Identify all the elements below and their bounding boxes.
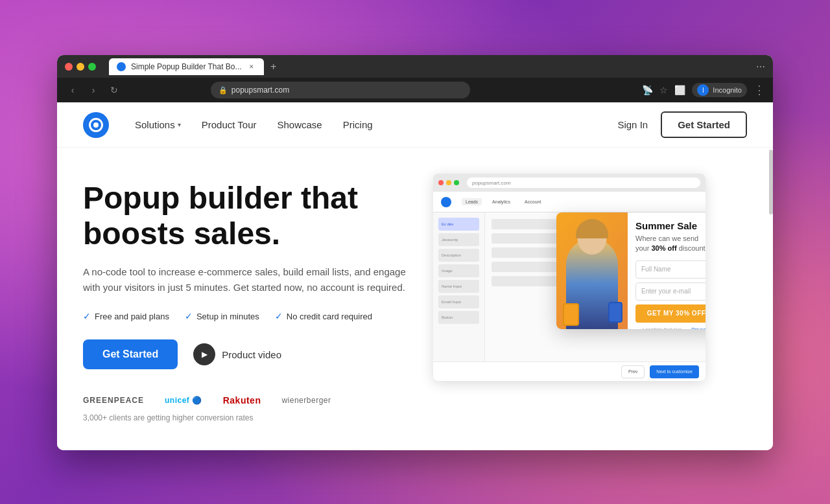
popup-subtitle: Where can we send your 30% off discount? bbox=[635, 234, 706, 254]
pricing-nav-link[interactable]: Pricing bbox=[343, 119, 373, 130]
reload-button[interactable]: ↻ bbox=[106, 82, 122, 98]
popup-subtitle-end: discount? bbox=[679, 244, 706, 252]
mockup-sidebar-item-5: Name Input bbox=[438, 280, 479, 293]
more-options-icon[interactable]: ⋮ bbox=[753, 83, 765, 97]
logo-icon bbox=[89, 118, 103, 132]
mockup-sidebar: Ec dev Javascrip Description Image Name … bbox=[433, 212, 485, 361]
browser-right-icons: 📡 ☆ ⬜ I Incognito ⋮ bbox=[642, 83, 765, 97]
mockup-expand-dot bbox=[454, 180, 459, 185]
clients-count-text: 3,000+ clients are getting higher conver… bbox=[83, 413, 407, 422]
mockup-sidebar-item-4: Image bbox=[438, 264, 479, 277]
profile-button[interactable]: I Incognito bbox=[692, 83, 747, 97]
tab-favicon-icon bbox=[117, 62, 126, 71]
unicef-logo: unicef 🔵 bbox=[165, 396, 202, 405]
mockup-sidebar-item-6: Email Input bbox=[438, 295, 479, 308]
nav-get-started-button[interactable]: Get Started bbox=[661, 111, 747, 138]
mockup-nav-analytics: Analytics bbox=[488, 198, 514, 205]
wienerberger-logo: wienerberger bbox=[281, 396, 331, 405]
extensions-icon[interactable]: ⬜ bbox=[674, 85, 685, 95]
popup-model-image bbox=[556, 212, 628, 329]
product-tour-nav-link[interactable]: Product Tour bbox=[202, 119, 257, 130]
hero-get-started-button[interactable]: Get Started bbox=[83, 339, 178, 369]
popup-privacy-policy-link[interactable]: Privacy Policy. bbox=[691, 326, 706, 329]
greenpeace-logo: GREENPEACE bbox=[83, 396, 144, 405]
popup-email-placeholder: Enter your e-mail bbox=[641, 288, 691, 295]
check-label-1: Free and paid plans bbox=[95, 312, 169, 321]
nav-right-actions: Sign In Get Started bbox=[617, 111, 747, 138]
sign-in-button[interactable]: Sign In bbox=[617, 119, 648, 130]
popup-hero-area: Summer Sale Where can we send your 30% o… bbox=[556, 212, 706, 329]
tab-bar: Simple Popup Builder That Bo... ✕ + bbox=[109, 58, 751, 75]
play-icon: ▶ bbox=[193, 343, 215, 365]
minimize-window-button[interactable] bbox=[77, 63, 84, 71]
forward-button[interactable]: › bbox=[86, 82, 101, 98]
nav-links: Solutions ▾ Product Tour Showcase Pricin… bbox=[135, 119, 617, 130]
checkmark-icon-3: ✓ bbox=[275, 311, 283, 321]
showcase-nav-link[interactable]: Showcase bbox=[278, 119, 322, 130]
hero-right-column: popupsmart.com Leads Analytics Account bbox=[433, 174, 747, 374]
bookmark-icon[interactable]: ☆ bbox=[659, 85, 668, 95]
rakuten-logo: Rakuten bbox=[223, 395, 261, 406]
hero-section: Popup builder that boosts sales. A no-co… bbox=[57, 148, 773, 422]
fullscreen-window-button[interactable] bbox=[88, 63, 96, 71]
check-no-card: ✓ No credit card required bbox=[275, 311, 372, 321]
checkmark-icon-1: ✓ bbox=[83, 311, 91, 321]
popup-privacy-notice: I confirm that I've agree to Privacy Pol… bbox=[635, 326, 706, 329]
mockup-nav-account: Account bbox=[521, 198, 545, 205]
tab-right-controls: ⋯ bbox=[756, 62, 765, 72]
cast-icon[interactable]: 📡 bbox=[642, 85, 653, 95]
mockup-nav-items: Leads Analytics Account bbox=[462, 198, 545, 205]
site-logo[interactable] bbox=[83, 112, 109, 138]
popup-cta-button[interactable]: GET MY 30% OFF bbox=[635, 304, 706, 323]
new-tab-button[interactable]: + bbox=[267, 60, 281, 74]
hero-left-column: Popup builder that boosts sales. A no-co… bbox=[83, 174, 407, 422]
product-mockup: popupsmart.com Leads Analytics Account bbox=[433, 174, 706, 381]
mockup-url-bar: popupsmart.com bbox=[467, 178, 700, 188]
product-video-button[interactable]: ▶ Product video bbox=[193, 343, 281, 365]
close-window-button[interactable] bbox=[65, 63, 73, 71]
mockup-next-button[interactable]: Next to customize bbox=[650, 365, 699, 378]
scrollbar-thumb[interactable] bbox=[769, 150, 773, 214]
url-text: popupsmart.com bbox=[231, 86, 289, 95]
check-label-3: No credit card required bbox=[287, 312, 372, 321]
mockup-sidebar-item-3: Description bbox=[438, 249, 479, 262]
url-bar[interactable]: 🔒 popupsmart.com bbox=[211, 82, 470, 98]
site-navbar: Solutions ▾ Product Tour Showcase Pricin… bbox=[57, 102, 773, 148]
popup-title: Summer Sale bbox=[635, 220, 706, 231]
popup-subtitle-line1: Where can we send bbox=[635, 235, 698, 242]
tab-list-icon[interactable]: ⋯ bbox=[756, 62, 765, 72]
check-label-2: Setup in minutes bbox=[196, 312, 259, 321]
mockup-sidebar-item-7: Button bbox=[438, 311, 479, 324]
browser-window: Simple Popup Builder That Bo... ✕ + ⋯ ‹ … bbox=[57, 55, 773, 450]
mockup-nav-leads: Leads bbox=[462, 198, 482, 205]
active-tab[interactable]: Simple Popup Builder That Bo... ✕ bbox=[109, 58, 264, 75]
check-free-plans: ✓ Free and paid plans bbox=[83, 311, 169, 321]
ssl-lock-icon: 🔒 bbox=[219, 86, 228, 95]
popup-discount-text: 30% off bbox=[651, 244, 676, 252]
hero-title: Popup builder that boosts sales. bbox=[83, 180, 407, 251]
mockup-url-text: popupsmart.com bbox=[472, 180, 511, 186]
mockup-bottom-bar: Prev Next to customize bbox=[433, 361, 706, 381]
mockup-sidebar-item-2: Javascrip bbox=[438, 233, 479, 246]
mockup-sidebar-item-1: Ec dev bbox=[438, 218, 479, 231]
hero-description: A no-code tool to increase e-commerce sa… bbox=[83, 264, 407, 295]
tab-close-button[interactable]: ✕ bbox=[247, 62, 256, 71]
mockup-chrome-bar: popupsmart.com bbox=[433, 174, 706, 192]
check-setup: ✓ Setup in minutes bbox=[185, 311, 259, 321]
traffic-lights bbox=[65, 63, 96, 71]
mockup-close-dot bbox=[438, 180, 444, 185]
solutions-chevron-icon: ▾ bbox=[178, 121, 181, 128]
back-button[interactable]: ‹ bbox=[65, 82, 80, 98]
popup-preview-card: ✕ bbox=[556, 212, 706, 329]
hero-cta-actions: Get Started ▶ Product video bbox=[83, 339, 407, 369]
solutions-nav-link[interactable]: Solutions ▾ bbox=[135, 119, 181, 130]
mockup-prev-button[interactable]: Prev bbox=[621, 365, 645, 378]
website-content: Solutions ▾ Product Tour Showcase Pricin… bbox=[57, 102, 773, 450]
hero-feature-checks: ✓ Free and paid plans ✓ Setup in minutes… bbox=[83, 311, 407, 321]
popup-fullname-input[interactable]: Full Name bbox=[635, 260, 706, 279]
popup-privacy-text: I confirm that I've agree to bbox=[643, 326, 689, 329]
address-bar: ‹ › ↻ 🔒 popupsmart.com 📡 ☆ ⬜ I Incognito… bbox=[57, 78, 773, 102]
client-logos-row: GREENPEACE unicef 🔵 Rakuten wienerberger bbox=[83, 395, 407, 406]
popup-email-input[interactable]: Enter your e-mail bbox=[635, 282, 706, 301]
mockup-minimize-dot bbox=[446, 180, 451, 185]
